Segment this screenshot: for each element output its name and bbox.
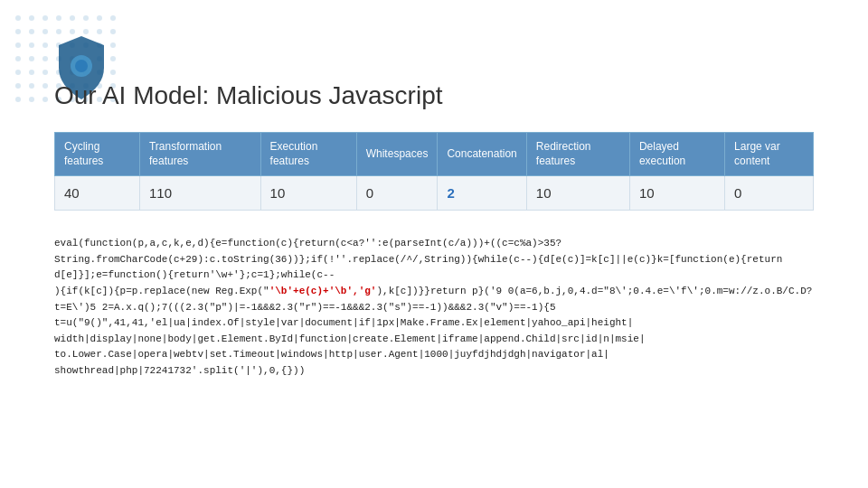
- cell-whitespaces: 0: [356, 176, 438, 211]
- code-line-6: showthread|php|72241732'.split('|'),0,{}…: [54, 363, 814, 380]
- page-title: Our AI Model: Malicious Javascript: [54, 81, 814, 110]
- main-content: Our AI Model: Malicious Javascript Cycli…: [0, 0, 868, 407]
- col-header-redirection: Redirection features: [526, 133, 629, 176]
- col-header-transformation: Transformation features: [139, 133, 260, 176]
- code-line-2: ){if(k[c]){p=p.replace(new Reg.Exp("'\b'…: [54, 284, 814, 315]
- col-header-execution: Execution features: [260, 133, 356, 176]
- cell-cycling: 40: [55, 176, 140, 211]
- cell-redirection: 10: [526, 176, 629, 211]
- col-header-whitespaces: Whitespaces: [356, 133, 438, 176]
- code-block: eval(function(p,a,c,k,e,d){e=function(c)…: [54, 236, 814, 388]
- cell-delayed: 10: [629, 176, 724, 211]
- cell-transformation: 110: [139, 176, 260, 211]
- features-table: Cycling features Transformation features…: [54, 132, 814, 211]
- cell-execution: 10: [260, 176, 356, 211]
- col-header-large-var: Large var content: [725, 133, 814, 176]
- table-header-row: Cycling features Transformation features…: [55, 133, 814, 176]
- cell-large-var: 0: [725, 176, 814, 211]
- table-row: 40 110 10 0 2 10 10 0: [55, 176, 814, 211]
- code-highlight: '\b'+e(c)+'\b','g': [269, 286, 377, 296]
- col-header-cycling: Cycling features: [55, 133, 140, 176]
- code-line-3: t=u("9()",41,41,'el|ua|index.Of|style|va…: [54, 315, 814, 332]
- code-line-5: to.Lower.Case|opera|webtv|set.Timeout|wi…: [54, 347, 814, 363]
- cell-concatenation: 2: [438, 176, 526, 211]
- code-line-4: width|display|none|body|get.Element.ById…: [54, 332, 814, 348]
- col-header-delayed: Delayed execution: [629, 133, 724, 176]
- code-line-1: eval(function(p,a,c,k,e,d){e=function(c)…: [54, 236, 814, 284]
- col-header-concatenation: Concatenation: [438, 133, 526, 176]
